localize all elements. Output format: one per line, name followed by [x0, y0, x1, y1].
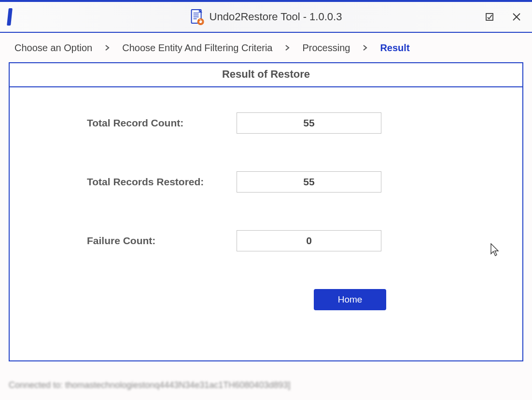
breadcrumb-step-processing[interactable]: Processing	[302, 42, 350, 54]
app-logo-icon	[8, 8, 21, 26]
value-total-records-restored: 55	[237, 171, 381, 193]
document-restore-icon	[190, 9, 205, 25]
label-failure-count: Failure Count:	[10, 235, 237, 247]
breadcrumb: Choose an Option Choose Entity And Filte…	[0, 33, 532, 62]
result-panel: Result of Restore Total Record Count: 55…	[9, 62, 523, 361]
result-rows: Total Record Count: 55 Total Records Res…	[10, 87, 522, 310]
row-total-record-count: Total Record Count: 55	[10, 112, 522, 134]
breadcrumb-step-choose-entity[interactable]: Choose Entity And Filtering Criteria	[122, 42, 272, 54]
svg-rect-6	[486, 14, 493, 20]
window-controls	[483, 2, 523, 32]
breadcrumb-step-result: Result	[380, 42, 409, 54]
label-total-record-count: Total Record Count:	[10, 117, 237, 129]
status-connected-to: Connected to: thomastechnologiestonq4443…	[9, 380, 290, 390]
home-button[interactable]: Home	[314, 289, 386, 310]
chevron-right-icon	[104, 42, 111, 54]
breadcrumb-step-choose-option[interactable]: Choose an Option	[14, 42, 92, 54]
title-area: Undo2Restore Tool - 1.0.0.3	[190, 9, 342, 25]
chevron-right-icon	[362, 42, 368, 54]
app-title: Undo2Restore Tool - 1.0.0.3	[210, 11, 342, 23]
label-total-records-restored: Total Records Restored:	[10, 176, 237, 188]
restore-window-button[interactable]	[483, 10, 496, 24]
row-failure-count: Failure Count: 0	[10, 230, 522, 251]
titlebar: Undo2Restore Tool - 1.0.0.3	[0, 0, 532, 33]
value-failure-count: 0	[237, 230, 381, 251]
value-total-record-count: 55	[237, 112, 381, 134]
chevron-right-icon	[284, 42, 291, 54]
panel-header: Result of Restore	[10, 63, 522, 87]
close-window-button[interactable]	[510, 10, 523, 24]
row-total-records-restored: Total Records Restored: 55	[10, 171, 522, 193]
